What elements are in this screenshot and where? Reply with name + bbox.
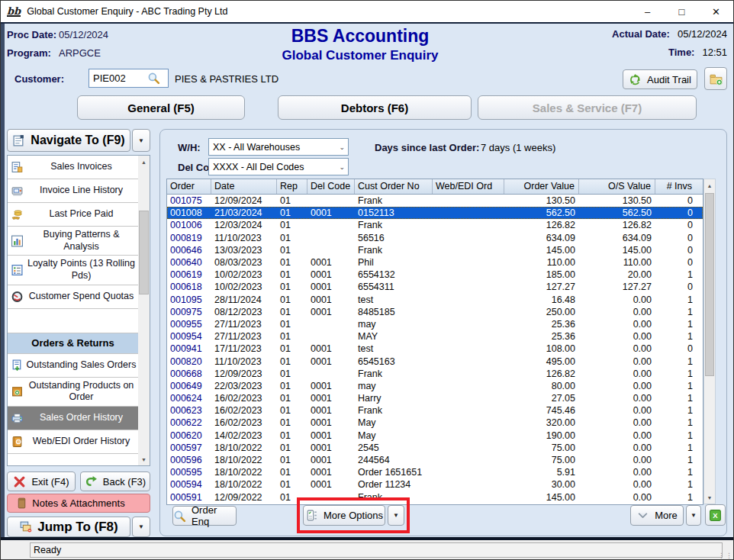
cell-date: 08/03/2023: [211, 257, 277, 268]
notes-attachments-button[interactable]: Notes & Attachments: [7, 494, 150, 513]
scroll-down-icon[interactable]: ▼: [138, 453, 150, 465]
column-header-date[interactable]: Date: [211, 179, 277, 194]
cell-order: 000820: [167, 356, 211, 367]
cell-invs: 1: [655, 331, 703, 342]
table-row[interactable]: 00081911/10/20230156516634.09634.090: [167, 232, 703, 244]
sidebar-item-buying-patterns-analysis[interactable]: Buying Patterns & Analysis: [8, 227, 138, 256]
table-row[interactable]: 00059518/10/2022010001Order 16516515.910…: [167, 466, 703, 478]
sidebar-item-outstanding-products-on-order[interactable]: Outstanding Products on Order: [8, 378, 138, 407]
column-header-order[interactable]: Order: [167, 179, 211, 194]
cell-cust-order-no: test: [355, 294, 433, 305]
minimize-button[interactable]: –: [630, 1, 665, 22]
table-row[interactable]: 00059618/10/202201000124456475.000.001: [167, 454, 703, 466]
table-row[interactable]: 00097508/12/20230100018485185250.000.001: [167, 306, 703, 318]
table-row[interactable]: 00064922/03/2023010001may80.000.001: [167, 380, 703, 392]
maximize-button[interactable]: □: [665, 1, 699, 22]
sidebar-item-customer-spend-quotas[interactable]: Customer Spend Quotas: [8, 285, 138, 309]
order-enq-button[interactable]: Order Enq: [172, 506, 237, 526]
folder-add-button[interactable]: [704, 67, 727, 90]
sidebar-item-loyalty-points-13-rolling-pds[interactable]: Loyalty Points (13 Rolling Pds): [8, 256, 138, 285]
table-row[interactable]: 00059418/10/2022010001Order 1123430.000.…: [167, 478, 703, 491]
sidebar-item-label: Invoice Line History: [40, 185, 123, 197]
close-button[interactable]: ✕: [699, 1, 733, 22]
column-header-del-code[interactable]: Del Code: [307, 179, 355, 194]
sidebar-item-sales-order-history[interactable]: Sales Order History: [8, 407, 138, 430]
table-row[interactable]: 00059718/10/2022010001254575.000.001: [167, 442, 703, 454]
cell-date: 08/12/2023: [211, 307, 277, 317]
grid-scrollbar[interactable]: ▲ ▼: [703, 179, 716, 504]
cell-date: 16/02/2023: [211, 417, 277, 428]
sidebar-item-label: Loyalty Points (13 Rolling Pds): [26, 258, 137, 282]
sidebar-item-last-price-paid[interactable]: Last Price Paid: [8, 203, 138, 227]
cell-rep: 01: [277, 467, 307, 478]
last-price-paid-icon: [11, 208, 24, 221]
table-row[interactable]: 00064008/03/2023010001Phil110.00110.000: [167, 256, 703, 269]
back-button[interactable]: Back (F3): [80, 471, 150, 491]
table-row[interactable]: 00064613/03/202301Frank145.00145.000: [167, 244, 703, 256]
table-row[interactable]: 00095527/11/202301may25.360.001: [167, 318, 703, 330]
table-row[interactable]: 00109528/11/2024010001test16.480.001: [167, 294, 703, 306]
column-header-order-value[interactable]: Order Value: [504, 179, 579, 194]
cell-order-value: 110.00: [504, 257, 579, 268]
column-header-web-edi-ord[interactable]: Web/EDI Ord: [433, 179, 504, 194]
jump-to-button[interactable]: Jump To (F8): [7, 517, 130, 537]
audit-trail-button[interactable]: Audit Trail: [623, 69, 697, 89]
column-header-invs[interactable]: # Invs: [655, 179, 704, 194]
cell-o-s-value: 20.00: [579, 269, 655, 280]
table-row[interactable]: 00062316/02/2023010001Frank745.460.001: [167, 404, 703, 417]
del-code-select[interactable]: XXXX - All Del Codes ⌄: [208, 158, 349, 175]
cell-date: 12/09/2022: [211, 492, 277, 503]
resize-grip-icon[interactable]: ⋮⋮: [718, 552, 733, 559]
column-header-rep[interactable]: Rep: [277, 179, 307, 194]
warehouse-select[interactable]: XX - All Warehouses ⌄: [208, 138, 349, 156]
column-header-o-s-value[interactable]: O/S Value: [579, 179, 655, 194]
excel-export-button[interactable]: X: [705, 504, 726, 526]
scroll-down-icon[interactable]: ▼: [704, 491, 715, 504]
cell-invs: 0: [655, 208, 703, 218]
sidebar-item-label: Web/EDI Order History: [33, 436, 130, 448]
nav-scrollbar[interactable]: ▲ ▼: [138, 156, 150, 465]
navigate-to-button[interactable]: Navigate To (F9): [7, 129, 130, 152]
cell-cust-order-no: Frank: [355, 405, 433, 416]
more-button[interactable]: More: [630, 505, 684, 526]
jump-to-dropdown-arrow[interactable]: ▼: [132, 517, 150, 537]
table-row[interactable]: 00100612/03/202401Frank126.82126.820: [167, 219, 703, 231]
table-row[interactable]: 00095427/11/202301MAY25.360.001: [167, 330, 703, 343]
table-row[interactable]: 00059112/09/202201Frank145.000.001: [167, 491, 703, 504]
table-row[interactable]: 00061810/02/20230100016554311127.27127.2…: [167, 281, 703, 293]
customer-code-input[interactable]: [89, 70, 147, 86]
sidebar-item-outstanding-sales-orders[interactable]: Outstanding Sales Orders: [8, 354, 138, 378]
table-row[interactable]: 00062014/02/2023010001May190.000.001: [167, 430, 703, 442]
column-header-cust-order-no[interactable]: Cust Order No: [355, 179, 433, 194]
sidebar-item-web-edi-order-history[interactable]: @Web/EDI Order History: [8, 430, 138, 454]
table-row[interactable]: 00061910/02/20230100016554132185.0020.00…: [167, 269, 703, 281]
cell-order-value: 145.00: [504, 492, 579, 503]
navigate-to-dropdown-arrow[interactable]: ▼: [132, 129, 150, 152]
table-row[interactable]: 00094117/11/2023010001test108.000.000: [167, 343, 703, 355]
cell-date: 11/10/2023: [211, 356, 277, 367]
cell-cust-order-no: 6554132: [355, 269, 433, 280]
cell-date: 18/10/2022: [211, 455, 277, 465]
tab-debtors-f6[interactable]: Debtors (F6): [278, 95, 472, 120]
table-row[interactable]: 00082011/10/20230100016545163495.000.001: [167, 355, 703, 367]
cell-invs: 1: [655, 467, 703, 478]
sidebar-item-sales-invoices[interactable]: Sales Invoices: [8, 156, 138, 179]
table-row[interactable]: 00100821/03/20240100010152113562.50562.5…: [167, 207, 703, 219]
tab-general-f5[interactable]: General (F5): [77, 95, 245, 120]
scroll-up-icon[interactable]: ▲: [704, 179, 715, 191]
table-row[interactable]: 00062416/02/2023010001Harry27.050.001: [167, 392, 703, 404]
exit-button[interactable]: Exit (F4): [7, 471, 76, 491]
table-row[interactable]: 00107512/09/202401Frank130.50130.500: [167, 195, 703, 207]
invoice-line-history-icon: [11, 185, 24, 198]
table-row[interactable]: 00062216/02/2023010001May320.000.001: [167, 417, 703, 429]
cell-invs: 0: [655, 220, 703, 230]
nav-scroll-thumb[interactable]: [139, 211, 149, 294]
scroll-up-icon[interactable]: ▲: [138, 156, 150, 168]
table-row[interactable]: 00066812/09/202301Frank126.820.001: [167, 368, 703, 380]
more-dropdown-arrow[interactable]: ▼: [686, 505, 701, 526]
grid-body: 00107512/09/202401Frank130.50130.5000010…: [167, 195, 703, 504]
cell-del-code: 0001: [307, 269, 355, 280]
sidebar-item-invoice-line-history[interactable]: Invoice Line History: [8, 179, 138, 203]
grid-scroll-thumb[interactable]: [705, 193, 714, 376]
search-icon[interactable]: [147, 72, 160, 85]
